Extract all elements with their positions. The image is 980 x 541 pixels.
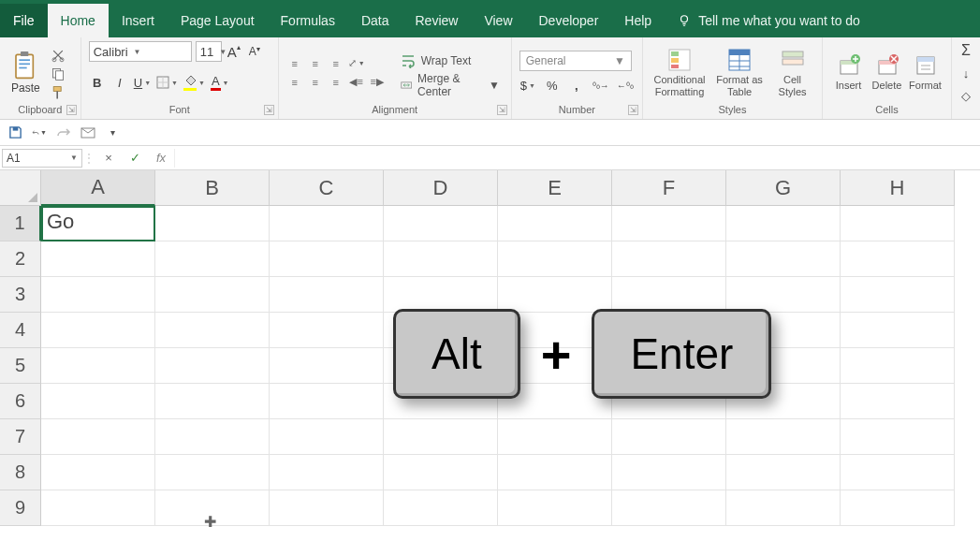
- cell-b5[interactable]: [155, 348, 270, 384]
- cell-h3[interactable]: [841, 277, 955, 313]
- cell-b3[interactable]: [155, 277, 270, 313]
- column-header-d[interactable]: D: [384, 170, 498, 206]
- increase-indent-button[interactable]: ≡▶: [369, 75, 386, 90]
- cell-d3[interactable]: [384, 277, 498, 313]
- increase-font-size-button[interactable]: A▴: [226, 42, 242, 61]
- font-name-combo[interactable]: Calibri▼: [89, 41, 192, 62]
- cell-b2[interactable]: [155, 241, 270, 277]
- cell-b6[interactable]: [155, 384, 270, 419]
- cell-styles-button[interactable]: Cell Styles: [770, 48, 814, 97]
- align-center-button[interactable]: ≡: [307, 75, 324, 90]
- row-header-6[interactable]: 6: [0, 384, 41, 419]
- autosum-button[interactable]: Σ: [958, 41, 974, 60]
- cell-d8[interactable]: [384, 455, 498, 490]
- number-format-combo[interactable]: General▼: [519, 51, 632, 71]
- row-header-4[interactable]: 4: [0, 313, 41, 348]
- wrap-text-button[interactable]: Wrap Text: [397, 51, 504, 71]
- cell-a4[interactable]: [41, 313, 155, 348]
- column-header-a[interactable]: A: [41, 170, 155, 206]
- tab-developer[interactable]: Developer: [526, 4, 612, 37]
- email-button[interactable]: [80, 125, 95, 140]
- accounting-format-button[interactable]: $▼: [519, 77, 536, 95]
- cell-e3[interactable]: [498, 277, 612, 313]
- cell-f9[interactable]: [612, 490, 726, 526]
- enter-edit-button[interactable]: ✓: [127, 151, 142, 166]
- column-header-h[interactable]: H: [841, 170, 955, 206]
- cell-h1[interactable]: [841, 206, 955, 241]
- decrease-font-size-button[interactable]: A▾: [246, 42, 263, 61]
- undo-button[interactable]: ▼: [32, 125, 47, 140]
- cell-c8[interactable]: [270, 455, 384, 490]
- cell-c1[interactable]: [270, 206, 384, 241]
- cancel-edit-button[interactable]: ×: [101, 151, 116, 166]
- cell-h9[interactable]: [841, 490, 955, 526]
- number-dialog-launcher[interactable]: ⇲: [628, 105, 638, 115]
- column-header-g[interactable]: G: [726, 170, 841, 206]
- row-header-9[interactable]: 9: [0, 490, 41, 526]
- align-middle-button[interactable]: ≡: [307, 56, 324, 71]
- cell-h8[interactable]: [841, 455, 955, 490]
- font-size-combo[interactable]: 11▼: [196, 41, 222, 62]
- cell-d2[interactable]: [384, 241, 498, 277]
- decrease-indent-button[interactable]: ◀≡: [348, 75, 365, 90]
- cell-a3[interactable]: [41, 277, 155, 313]
- cell-c3[interactable]: [270, 277, 384, 313]
- cell-f7[interactable]: [612, 419, 726, 455]
- cell-c9[interactable]: [270, 490, 384, 526]
- clear-button[interactable]: ◇: [958, 86, 974, 105]
- tab-page-layout[interactable]: Page Layout: [168, 4, 268, 37]
- cell-c6[interactable]: [270, 384, 384, 419]
- tab-review[interactable]: Review: [402, 4, 472, 37]
- increase-decimal-button[interactable]: ⁰₀→: [592, 77, 609, 95]
- redo-button[interactable]: [56, 125, 71, 140]
- cell-g2[interactable]: [726, 241, 841, 277]
- cell-b4[interactable]: [155, 313, 270, 348]
- row-header-8[interactable]: 8: [0, 455, 41, 490]
- column-header-b[interactable]: B: [155, 170, 270, 206]
- cell-c4[interactable]: [270, 313, 384, 348]
- borders-button[interactable]: ▼: [156, 73, 178, 92]
- cell-g7[interactable]: [726, 419, 841, 455]
- cell-f2[interactable]: [612, 241, 726, 277]
- tab-view[interactable]: View: [471, 4, 525, 37]
- select-all-corner[interactable]: [0, 170, 41, 206]
- fill-color-button[interactable]: ▼: [183, 73, 205, 92]
- paste-button[interactable]: Paste: [7, 51, 44, 95]
- cell-h2[interactable]: [841, 241, 955, 277]
- cell-a7[interactable]: [41, 419, 155, 455]
- cell-a6[interactable]: [41, 384, 155, 419]
- customize-qat-button[interactable]: ▾: [105, 125, 120, 140]
- insert-cells-button[interactable]: Insert: [830, 53, 867, 92]
- cell-h5[interactable]: [841, 348, 955, 384]
- row-header-3[interactable]: 3: [0, 277, 41, 313]
- cell-b1[interactable]: [155, 206, 270, 241]
- copy-icon[interactable]: [50, 66, 66, 81]
- cell-a5[interactable]: [41, 348, 155, 384]
- cut-icon[interactable]: [50, 48, 66, 63]
- bold-button[interactable]: B: [89, 73, 106, 92]
- tell-me-search[interactable]: Tell me what you want to do: [665, 4, 873, 37]
- cell-f3[interactable]: [612, 277, 726, 313]
- row-header-7[interactable]: 7: [0, 419, 41, 455]
- cell-d1[interactable]: [384, 206, 498, 241]
- cell-g3[interactable]: [726, 277, 841, 313]
- cell-a9[interactable]: [41, 490, 155, 526]
- tab-file[interactable]: File: [0, 4, 48, 37]
- format-painter-icon[interactable]: [50, 85, 66, 100]
- decrease-decimal-button[interactable]: ←⁰₀: [617, 77, 634, 95]
- underline-button[interactable]: U▼: [134, 73, 151, 92]
- cell-c5[interactable]: [270, 348, 384, 384]
- tab-help[interactable]: Help: [611, 4, 665, 37]
- merge-center-button[interactable]: Merge & Center▼: [397, 75, 504, 95]
- tab-formulas[interactable]: Formulas: [268, 4, 348, 37]
- column-header-c[interactable]: C: [270, 170, 384, 206]
- cell-a8[interactable]: [41, 455, 155, 490]
- cell-a1[interactable]: Go: [41, 206, 155, 241]
- cell-d7[interactable]: [384, 419, 498, 455]
- comma-format-button[interactable]: ,: [568, 77, 585, 95]
- cell-g1[interactable]: [726, 206, 841, 241]
- delete-cells-button[interactable]: Delete: [869, 53, 905, 92]
- cell-a2[interactable]: [41, 241, 155, 277]
- align-bottom-button[interactable]: ≡: [328, 56, 344, 71]
- cell-g9[interactable]: [726, 490, 841, 526]
